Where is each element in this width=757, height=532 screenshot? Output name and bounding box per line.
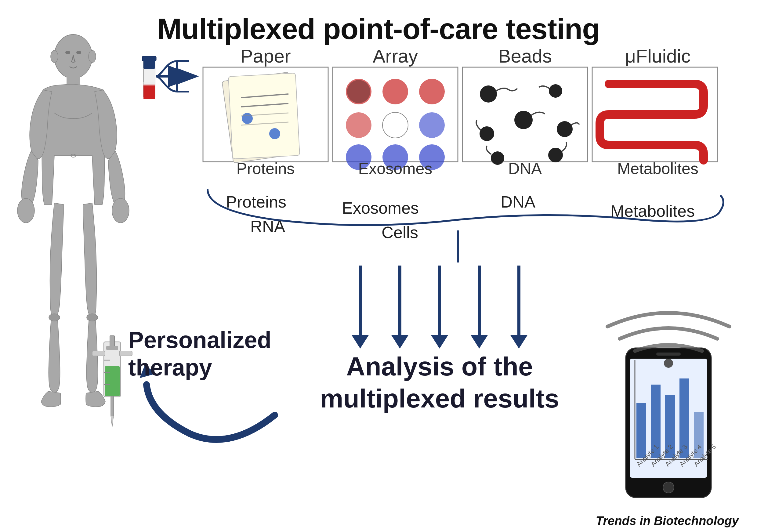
- array-box: Array Exosomes: [333, 45, 458, 177]
- svg-rect-85: [119, 351, 132, 356]
- svg-rect-11: [143, 58, 155, 98]
- svg-rect-22: [222, 72, 300, 163]
- svg-text:Exosomes: Exosomes: [342, 199, 419, 217]
- svg-rect-94: [694, 412, 704, 458]
- human-figure: [17, 35, 129, 407]
- svg-text:Analyte 2: Analyte 2: [649, 443, 675, 468]
- analysis-line2: multiplexed results: [320, 384, 559, 413]
- svg-point-33: [346, 79, 372, 104]
- svg-rect-14: [143, 82, 155, 85]
- syringe: [92, 336, 132, 427]
- svg-point-36: [346, 112, 372, 138]
- svg-rect-84: [92, 351, 105, 356]
- svg-rect-78: [105, 366, 120, 396]
- svg-point-7: [88, 50, 96, 63]
- svg-point-9: [49, 314, 60, 321]
- svg-marker-74: [137, 363, 156, 378]
- svg-point-38: [419, 112, 445, 138]
- svg-rect-93: [680, 378, 689, 458]
- analysis-line1: Analysis of the: [346, 352, 533, 381]
- svg-marker-71: [471, 335, 488, 348]
- svg-text:Proteins: Proteins: [226, 192, 286, 211]
- beads-box: Beads DNA: [463, 45, 588, 177]
- svg-text:Proteins: Proteins: [237, 160, 295, 177]
- svg-line-25: [241, 103, 288, 107]
- svg-point-37: [382, 112, 408, 138]
- svg-text:Analyte 5: Analyte 5: [692, 443, 718, 468]
- svg-rect-21: [203, 67, 328, 162]
- svg-rect-1: [67, 76, 80, 90]
- svg-line-28: [241, 113, 288, 116]
- svg-marker-69: [431, 335, 448, 348]
- svg-text:μFluidic: μFluidic: [625, 45, 691, 67]
- svg-point-50: [557, 121, 573, 137]
- svg-point-42: [347, 80, 370, 103]
- svg-text:Analyte 4: Analyte 4: [678, 443, 703, 468]
- svg-text:Metabolites: Metabolites: [611, 202, 695, 220]
- svg-rect-76: [110, 336, 114, 348]
- brand-label: Trends in Biotechnology: [596, 514, 739, 527]
- svg-text:Analyte 3: Analyte 3: [664, 443, 689, 468]
- svg-point-46: [480, 85, 497, 103]
- svg-point-34: [382, 79, 408, 104]
- svg-point-51: [491, 151, 504, 165]
- svg-point-88: [663, 482, 674, 493]
- svg-rect-13: [143, 84, 155, 99]
- svg-point-48: [514, 111, 533, 129]
- svg-rect-45: [463, 67, 588, 162]
- svg-rect-92: [665, 395, 675, 458]
- svg-text:Metabolites: Metabolites: [617, 160, 698, 177]
- svg-point-102: [664, 359, 673, 368]
- svg-marker-65: [352, 335, 369, 348]
- svg-point-6: [51, 50, 58, 63]
- svg-point-52: [548, 148, 563, 163]
- svg-point-4: [65, 51, 70, 54]
- svg-point-26: [242, 113, 253, 124]
- svg-point-3: [112, 198, 129, 223]
- svg-line-24: [241, 94, 288, 98]
- svg-point-47: [549, 84, 562, 98]
- svg-text:Beads: Beads: [498, 45, 552, 67]
- therapy-line1: Personalized: [128, 327, 271, 353]
- svg-point-27: [269, 128, 280, 139]
- svg-point-35: [419, 79, 445, 104]
- svg-text:DNA: DNA: [500, 192, 535, 211]
- svg-point-41: [419, 144, 445, 170]
- svg-rect-77: [106, 346, 118, 350]
- ufluidic-box: μFluidic Metabolites: [592, 45, 717, 177]
- svg-text:Analyte 1: Analyte 1: [635, 443, 660, 468]
- down-arrows: [352, 266, 528, 348]
- svg-text:Exosomes: Exosomes: [358, 160, 433, 177]
- svg-point-8: [71, 154, 76, 157]
- svg-rect-15: [142, 56, 156, 61]
- svg-rect-91: [651, 385, 660, 458]
- svg-point-40: [382, 144, 408, 170]
- svg-rect-32: [333, 67, 458, 162]
- svg-text:Paper: Paper: [240, 45, 290, 67]
- svg-text:Cells: Cells: [381, 223, 418, 241]
- page-title: Multiplexed point-of-care testing: [0, 0, 757, 46]
- svg-text:DNA: DNA: [508, 160, 542, 177]
- svg-rect-55: [592, 67, 717, 162]
- svg-rect-89: [656, 353, 681, 356]
- svg-marker-83: [111, 416, 113, 427]
- svg-text:RNA: RNA: [250, 217, 285, 235]
- svg-marker-73: [510, 335, 528, 348]
- svg-point-5: [76, 51, 81, 54]
- svg-point-39: [346, 144, 372, 170]
- svg-point-49: [479, 126, 494, 141]
- svg-rect-90: [636, 403, 646, 458]
- svg-text:Array: Array: [373, 45, 418, 67]
- svg-line-29: [241, 122, 288, 125]
- svg-rect-75: [104, 342, 121, 397]
- blood-tube: [142, 56, 156, 99]
- svg-rect-82: [111, 396, 113, 416]
- svg-point-10: [87, 314, 98, 321]
- svg-rect-23: [228, 73, 300, 159]
- therapy-line2: therapy: [128, 354, 212, 380]
- smartphone: Analyte 1 Analyte 2 Analyte 3 Analyte 4 …: [607, 313, 730, 497]
- svg-point-2: [17, 198, 35, 223]
- paper-box: Paper Proteins: [203, 45, 328, 177]
- svg-rect-12: [143, 58, 155, 69]
- svg-rect-87: [630, 359, 707, 478]
